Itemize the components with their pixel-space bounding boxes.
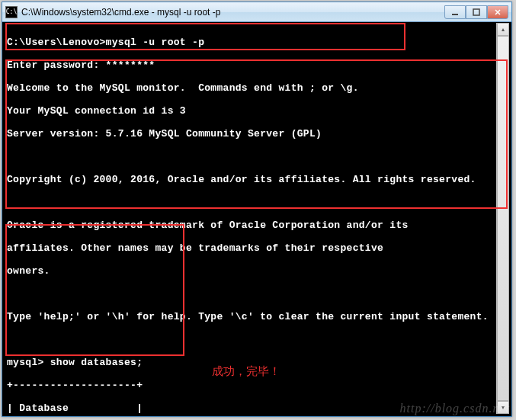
window-title: C:\Windows\system32\cmd.exe - mysql -u r… — [21, 7, 444, 18]
cmd-icon: C:\ — [5, 6, 18, 18]
watermark-text: http://blog.csdn.net — [400, 402, 510, 415]
titlebar[interactable]: C:\ C:\Windows\system32\cmd.exe - mysql … — [2, 2, 511, 22]
copyright-line: Copyright (c) 2000, 2016, Oracle and/or … — [7, 174, 507, 185]
trademark-line: owners. — [7, 265, 507, 277]
svg-rect-0 — [452, 14, 458, 15]
maximize-button[interactable] — [466, 5, 487, 19]
terminal-output[interactable]: C:\Users\Lenovo>mysql -u root -p Enter p… — [2, 22, 511, 416]
table-border: +--------------------+ — [7, 380, 507, 391]
trademark-line: Oracle is a registered trademark of Orac… — [7, 220, 507, 231]
server-version: Server version: 5.7.16 MySQL Community S… — [7, 128, 507, 139]
minimize-button[interactable] — [444, 5, 466, 19]
cmd-window: C:\ C:\Windows\system32\cmd.exe - mysql … — [2, 2, 512, 417]
trademark-line: affiliates. Other names may be trademark… — [7, 242, 507, 254]
close-button[interactable] — [487, 5, 508, 19]
annotation-success: 成功，完毕！ — [212, 364, 280, 379]
svg-rect-1 — [473, 9, 479, 15]
vertical-scrollbar[interactable]: ▴ ▾ — [496, 23, 509, 414]
scroll-thumb[interactable] — [497, 36, 509, 401]
password-prompt: Enter password: ******** — [7, 59, 507, 71]
connection-id: Your MySQL connection id is 3 — [7, 105, 507, 117]
login-command: C:\Users\Lenovo>mysql -u root -p — [7, 37, 507, 48]
window-controls — [444, 5, 508, 19]
welcome-line: Welcome to the MySQL monitor. Commands e… — [7, 82, 507, 94]
scroll-up-button[interactable]: ▴ — [497, 23, 509, 36]
help-line: Type 'help;' or '\h' for help. Type '\c'… — [7, 311, 507, 322]
